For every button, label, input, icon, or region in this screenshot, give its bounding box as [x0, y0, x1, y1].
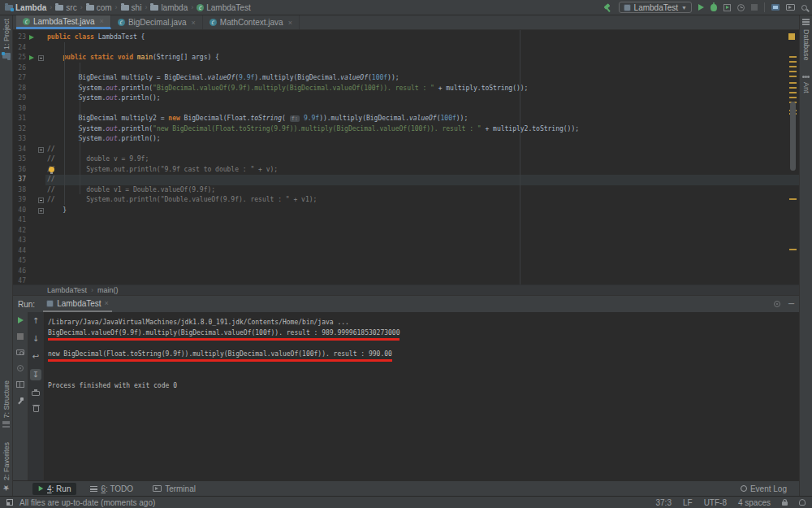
line-number[interactable]: 32 [13, 124, 28, 135]
line-separator[interactable]: LF [683, 498, 693, 507]
line-number[interactable]: 24 [13, 43, 28, 54]
close-icon[interactable]: × [105, 299, 109, 307]
lock-icon[interactable] [782, 501, 788, 506]
line-number[interactable]: 43 [13, 236, 28, 246]
warning-mark[interactable] [789, 66, 797, 67]
run-line-button[interactable] [28, 33, 37, 43]
warning-mark[interactable] [789, 198, 797, 200]
code-line[interactable]: 35// double v = 9.9f; [13, 154, 799, 165]
run-tab-lambdatest[interactable]: LambdaTest× [43, 296, 112, 312]
tab-bigdecimal-java[interactable]: BigDecimal.java× [111, 15, 203, 29]
print-button[interactable] [32, 391, 40, 396]
code-line[interactable]: 42 [13, 226, 799, 237]
restore-layout-button[interactable] [16, 381, 24, 388]
code-line[interactable]: 27 BigDecimal multiply = BigDecimal.valu… [13, 73, 799, 84]
fold-marker[interactable] [37, 195, 45, 206]
warning-mark[interactable] [789, 76, 797, 77]
code-line[interactable]: 29 System.out.println(); [13, 93, 799, 104]
toolwindow-button-project[interactable]: 1: Project [2, 19, 11, 59]
close-icon[interactable]: × [192, 19, 196, 27]
console-output[interactable]: /Library/Java/JavaVirtualMachines/jdk1.8… [44, 312, 799, 480]
code-line[interactable]: 25 public static void main(String[] args… [13, 53, 799, 63]
line-number[interactable]: 39 [13, 195, 28, 206]
code-line[interactable]: 32 System.out.println("new BigDecimal(Fl… [13, 124, 799, 135]
line-number[interactable]: 37 [13, 175, 28, 185]
stop-button[interactable] [17, 333, 24, 340]
toolwindow-button-todo[interactable]: 6: TODO [84, 483, 139, 495]
inspection-profile-icon[interactable] [799, 499, 806, 506]
toolwindow-button-terminal[interactable]: Terminal [147, 483, 201, 495]
breadcrumb-item-src[interactable]: src [55, 3, 76, 12]
line-number[interactable]: 35 [13, 154, 28, 165]
warning-mark[interactable] [789, 61, 797, 63]
line-number[interactable]: 46 [13, 267, 28, 277]
warning-mark[interactable] [789, 92, 797, 93]
line-number[interactable]: 28 [13, 84, 28, 94]
line-number[interactable]: 26 [13, 63, 28, 74]
line-number[interactable]: 30 [13, 104, 28, 115]
close-icon[interactable]: × [100, 17, 104, 25]
warning-mark[interactable] [789, 97, 797, 98]
inspection-indicator[interactable] [788, 33, 795, 40]
hide-panel-button[interactable]: ─ [788, 300, 794, 308]
file-encoding[interactable]: UTF-8 [704, 498, 727, 507]
down-stack-trace-button[interactable]: ↓ [32, 335, 39, 343]
code-line[interactable]: 30 [13, 104, 799, 115]
toolwindow-button-structure[interactable]: 7: Structure [2, 380, 11, 428]
code-line[interactable]: 43 [13, 236, 799, 246]
code-line[interactable]: 36// System.out.println("9.9f cast to do… [13, 165, 799, 176]
tab-mathcontext-java[interactable]: MathContext.java× [203, 15, 300, 29]
code-line[interactable]: 34// [13, 145, 799, 155]
search-everywhere-button[interactable] [801, 5, 807, 11]
code-line[interactable]: 31 BigDecimal multiply2 = new BigDecimal… [13, 114, 799, 124]
scroll-to-end-button[interactable]: ↧ [30, 369, 41, 380]
project-structure-button[interactable] [771, 4, 780, 11]
warning-mark[interactable] [789, 87, 797, 89]
code-line[interactable]: 40 } [13, 206, 799, 216]
code-line[interactable]: 39// System.out.println("Double.valueOf(… [13, 195, 799, 206]
fold-marker[interactable] [37, 206, 45, 216]
toolwindow-button-database[interactable]: Database [802, 19, 810, 61]
caret-position[interactable]: 37:3 [655, 498, 671, 507]
code-line[interactable]: 47 [13, 276, 799, 284]
breadcrumb-item-com[interactable]: com [86, 3, 112, 12]
line-number[interactable]: 47 [13, 276, 28, 284]
stop-button[interactable] [751, 4, 758, 11]
line-number[interactable]: 27 [13, 73, 28, 84]
run-configuration-select[interactable]: LambdaTest▼ [619, 2, 692, 13]
gear-icon[interactable] [774, 301, 780, 307]
run-with-coverage-button[interactable] [723, 4, 731, 11]
fold-marker[interactable] [37, 53, 45, 63]
line-number[interactable]: 33 [13, 134, 28, 145]
breadcrumb-item-shi[interactable]: shi [121, 3, 142, 12]
toolwindow-button-run[interactable]: 4: Run [32, 483, 76, 495]
code-line[interactable]: 41 [13, 215, 799, 226]
soft-wrap-button[interactable]: ↩ [32, 353, 39, 361]
line-number[interactable]: 34 [13, 145, 28, 155]
toolwindow-button-event-log[interactable]: Event Log [735, 483, 793, 495]
code-line[interactable]: 38// double v1 = Double.valueOf(9.9f); [13, 185, 799, 196]
line-number[interactable]: 25 [13, 53, 28, 63]
toolwindow-button-favorites[interactable]: ★2: Favorites [2, 442, 11, 493]
code-line[interactable]: 33 System.out.println(); [13, 134, 799, 145]
up-stack-trace-button[interactable]: ↑ [32, 317, 39, 325]
line-number[interactable]: 42 [13, 226, 28, 237]
breadcrumb-item-project[interactable]: Lambda [5, 3, 46, 12]
code-line[interactable]: 24 [13, 43, 799, 54]
editor-scrollbar[interactable] [790, 102, 796, 171]
breadcrumb-item-lambda[interactable]: lambda [150, 3, 188, 12]
indent-setting[interactable]: 4 spaces [738, 498, 771, 507]
toolwindow-button-ant[interactable]: Ant [802, 76, 810, 93]
line-number[interactable]: 31 [13, 114, 28, 124]
line-number[interactable]: 44 [13, 246, 28, 257]
settings-icon[interactable] [17, 365, 24, 371]
warning-mark[interactable] [789, 71, 797, 72]
breadcrumb-item-class[interactable]: LambdaTest [197, 3, 250, 12]
code-line[interactable]: 46 [13, 267, 799, 277]
line-number[interactable]: 38 [13, 185, 28, 196]
line-number[interactable]: 41 [13, 215, 28, 226]
code-line[interactable]: 26 [13, 63, 799, 74]
code-editor[interactable]: 23public class LambdaTest {2425 public s… [13, 30, 799, 284]
thread-dump-button[interactable] [16, 350, 24, 355]
breadcrumb-class[interactable]: LambdaTest [47, 286, 87, 294]
